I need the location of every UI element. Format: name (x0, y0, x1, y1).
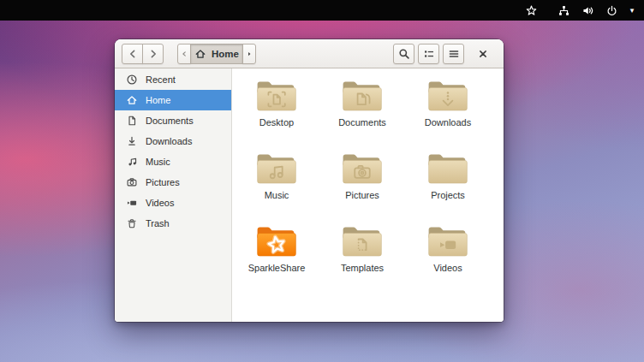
sidebar-item-trash[interactable]: Trash (115, 213, 231, 234)
recent-clock-icon (126, 74, 138, 86)
folder-label: Videos (433, 263, 462, 273)
back-button[interactable] (122, 44, 143, 64)
folder-pictures[interactable]: Pictures (319, 149, 405, 222)
trash-can-icon (126, 217, 138, 229)
folder-videos[interactable]: Videos (405, 222, 491, 294)
top-bar: ▾ (0, 0, 644, 21)
folder-label: SparkleShare (248, 263, 306, 273)
small-chevron-left-icon (180, 50, 188, 58)
window-body: Recent Home Documents Downloads Music (115, 68, 504, 322)
headerbar: Home (115, 39, 504, 68)
folder-label: Music (265, 190, 289, 200)
sidebar-item-label: Trash (146, 218, 170, 228)
video-camera-icon (126, 197, 138, 209)
folder-documents[interactable]: Documents (319, 76, 405, 149)
file-manager-window: Home (115, 39, 504, 322)
folder-label: Downloads (425, 117, 471, 128)
list-view-button[interactable] (418, 44, 439, 64)
projects-folder-icon (426, 150, 469, 187)
folder-label: Desktop (259, 117, 294, 128)
desktop-wallpaper: ▾ Home (0, 0, 644, 362)
path-next-button[interactable] (242, 44, 256, 64)
headerbar-right-buttons (393, 44, 464, 64)
desktop-folder-icon (255, 77, 298, 115)
star-icon[interactable] (523, 3, 539, 18)
sidebar-item-label: Recent (146, 74, 176, 85)
network-icon[interactable] (556, 3, 571, 18)
search-icon (397, 47, 411, 61)
folder-label: Templates (341, 263, 384, 273)
sidebar-item-label: Downloads (146, 136, 192, 146)
volume-icon[interactable] (580, 3, 595, 18)
sidebar-item-documents[interactable]: Documents (115, 110, 231, 131)
hamburger-menu-icon (447, 47, 461, 61)
chevron-right-icon (146, 47, 160, 61)
folder-label: Pictures (345, 190, 379, 200)
folder-music[interactable]: Music (234, 149, 319, 222)
videos-folder-icon (426, 223, 469, 260)
small-triangle-right-icon (245, 50, 253, 58)
sidebar-item-recent[interactable]: Recent (115, 69, 231, 90)
sidebar-item-videos[interactable]: Videos (115, 193, 231, 213)
sidebar-item-label: Music (146, 157, 170, 167)
dropdown-caret-icon[interactable]: ▾ (628, 3, 636, 18)
history-nav-group (122, 44, 164, 64)
camera-icon (126, 176, 138, 188)
sidebar-item-pictures[interactable]: Pictures (115, 172, 231, 193)
music-notes-icon (126, 156, 138, 168)
document-icon (126, 115, 138, 127)
list-view-icon (422, 47, 436, 61)
sidebar-item-label: Videos (146, 198, 174, 208)
path-bar: Home (177, 44, 256, 64)
sidebar: Recent Home Documents Downloads Music (115, 68, 232, 322)
sidebar-item-music[interactable]: Music (115, 151, 231, 172)
forward-button[interactable] (142, 44, 164, 64)
path-home-label: Home (212, 49, 239, 59)
close-button[interactable] (471, 44, 495, 64)
templates-folder-icon (341, 223, 384, 260)
folder-label: Documents (338, 117, 386, 128)
chevron-left-icon (126, 47, 140, 61)
sidebar-item-label: Documents (146, 116, 194, 126)
sparkleshare-folder-icon (255, 223, 298, 260)
downloads-folder-icon (426, 77, 469, 115)
music-folder-icon (255, 150, 298, 187)
sidebar-item-label: Home (146, 95, 170, 105)
power-icon[interactable] (604, 3, 619, 18)
folder-label: Projects (431, 190, 465, 200)
path-home-button[interactable]: Home (190, 44, 243, 64)
download-arrow-icon (126, 135, 138, 147)
pictures-folder-icon (341, 150, 384, 187)
documents-folder-icon (341, 77, 384, 115)
path-previous-button[interactable] (177, 44, 191, 64)
menu-button[interactable] (443, 44, 464, 64)
folder-desktop[interactable]: Desktop (234, 76, 319, 149)
sidebar-item-label: Pictures (146, 177, 180, 187)
folder-sparkleshare[interactable]: SparkleShare (234, 222, 319, 294)
sidebar-item-downloads[interactable]: Downloads (115, 131, 231, 151)
folder-downloads[interactable]: Downloads (405, 76, 491, 149)
files-grid: Desktop Documents (232, 68, 504, 322)
close-icon (477, 48, 489, 60)
sidebar-item-home[interactable]: Home (115, 90, 231, 110)
folder-templates[interactable]: Templates (319, 222, 405, 294)
home-icon (194, 48, 206, 60)
home-icon (126, 94, 138, 106)
folder-projects[interactable]: Projects (405, 149, 491, 222)
search-button[interactable] (393, 44, 414, 64)
